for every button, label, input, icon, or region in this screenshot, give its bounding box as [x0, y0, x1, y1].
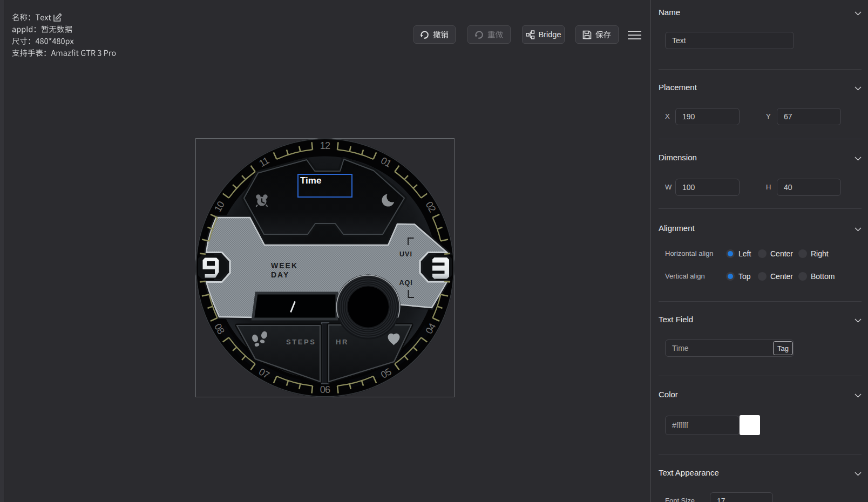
svg-text:WEEK: WEEK — [271, 261, 298, 270]
svg-text:12: 12 — [320, 140, 330, 151]
svg-text:DAY: DAY — [271, 270, 289, 279]
svg-text:06: 06 — [320, 384, 330, 395]
svg-text:STEPS: STEPS — [286, 338, 316, 346]
svg-text:AQI: AQI — [399, 279, 412, 287]
svg-text:HR: HR — [336, 338, 349, 346]
svg-text:UVI: UVI — [399, 250, 412, 258]
